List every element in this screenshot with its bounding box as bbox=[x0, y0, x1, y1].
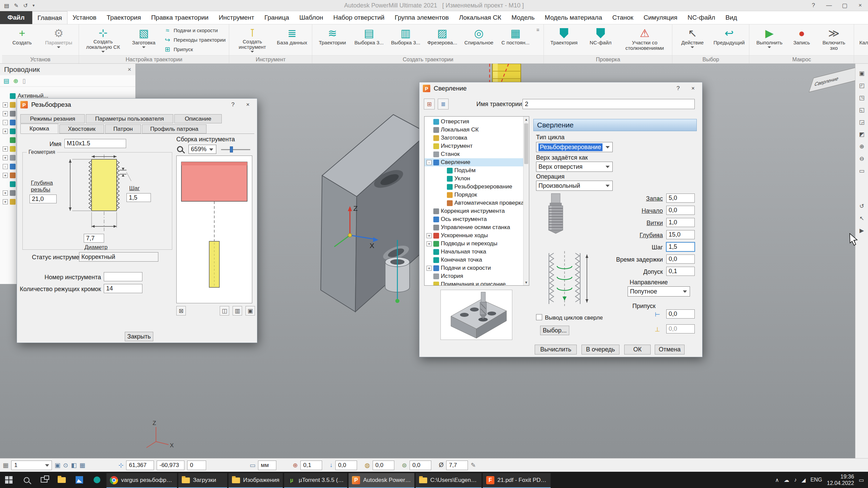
calculate-button[interactable]: Вычислить bbox=[535, 345, 577, 354]
tree-item[interactable]: Уклон bbox=[425, 175, 529, 183]
calculator-button[interactable]: ▦ Калькулятор bbox=[856, 25, 868, 54]
tree-item[interactable]: Локальная СК bbox=[425, 126, 529, 134]
pinned-explorer-button[interactable] bbox=[53, 472, 71, 488]
verify-ncfile-button[interactable]: NC-файл bbox=[583, 25, 618, 54]
tool-assembly-preview[interactable] bbox=[176, 156, 252, 303]
snap-icon[interactable]: ⊙ bbox=[63, 462, 68, 469]
shade-icon[interactable]: ◧ bbox=[71, 462, 77, 469]
solid-view-icon[interactable]: ▣ bbox=[245, 306, 255, 316]
grid-icon[interactable]: ▦ bbox=[79, 462, 85, 469]
thread-depth-field[interactable]: 21,0 bbox=[29, 195, 57, 203]
add-icon[interactable]: ⊕ bbox=[13, 77, 18, 85]
close-icon[interactable]: × bbox=[687, 84, 699, 93]
dialog-titlebar[interactable]: P Резьбофреза ? × bbox=[17, 99, 257, 111]
pencil-icon[interactable]: ✎ bbox=[14, 2, 18, 9]
feeds-button[interactable]: ≈Подачи и скорости bbox=[164, 26, 225, 35]
coord-y-field[interactable]: -60,973 bbox=[157, 461, 184, 470]
top-defined-combo[interactable]: Верх отверстия bbox=[536, 162, 613, 172]
area-clearance-button[interactable]: ▤ Выборка 3... bbox=[351, 25, 387, 54]
tree-item[interactable]: Примечания и описание bbox=[425, 280, 529, 286]
expander-icon[interactable]: + bbox=[3, 129, 8, 134]
expander-icon[interactable] bbox=[427, 152, 432, 157]
tree-item-selected[interactable]: -Сверление bbox=[425, 158, 529, 166]
value-field[interactable]: 0,0 bbox=[335, 461, 357, 470]
tab-machine[interactable]: Станок bbox=[607, 11, 638, 24]
direction-combo[interactable]: Попутное bbox=[628, 286, 690, 297]
iso-view-icon[interactable]: ◲ bbox=[857, 117, 867, 127]
iso-view-icon[interactable]: ◰ bbox=[857, 81, 867, 90]
expander-icon[interactable]: + bbox=[3, 111, 8, 116]
pinned-photos-button[interactable] bbox=[71, 472, 88, 488]
create-setup-button[interactable]: + Создать bbox=[4, 25, 40, 54]
tab-holes[interactable]: Набор отверстий bbox=[328, 11, 390, 24]
diameter-link[interactable]: Диаметр bbox=[84, 244, 107, 251]
expander-icon[interactable]: + bbox=[3, 155, 8, 160]
start-field[interactable]: 0,0 bbox=[666, 206, 695, 215]
expander-icon[interactable] bbox=[427, 282, 432, 286]
tab-shank[interactable]: Хвостовик bbox=[59, 124, 104, 134]
taskbar-window-explorer[interactable]: C:\Users\Eugene\D... bbox=[416, 473, 481, 488]
strategy-library-icon[interactable]: ≣ bbox=[438, 99, 449, 109]
taskbar-window-powermill[interactable]: PAutodesk PowerMill... bbox=[349, 473, 414, 488]
help-icon[interactable]: ? bbox=[227, 100, 239, 109]
expander-icon[interactable]: + bbox=[3, 146, 8, 151]
maximize-button[interactable]: ▢ bbox=[837, 0, 852, 11]
milling-button[interactable]: ▨ Фрезерова... bbox=[424, 25, 460, 54]
taskbar-window-pictures[interactable]: Изображения bbox=[229, 473, 283, 488]
parameters-button[interactable]: ⚙ Параметры bbox=[41, 25, 77, 54]
diameter-field[interactable]: 7,7 bbox=[84, 234, 104, 243]
leads-button[interactable]: ↪Переходы траектории bbox=[164, 36, 225, 44]
tree-item[interactable]: Отверстия bbox=[425, 118, 529, 126]
constz-button[interactable]: ▦ С постоян... bbox=[497, 25, 533, 54]
cycle-type-combo[interactable]: Резьбофрезерование bbox=[536, 142, 613, 152]
tab-feature-group[interactable]: Группа элементов bbox=[390, 11, 454, 24]
clearance-field[interactable]: 5,0 bbox=[666, 194, 695, 203]
thread-depth-link[interactable]: Глубина резьбы bbox=[31, 180, 58, 193]
select-button[interactable]: Выбор... bbox=[540, 326, 569, 335]
tab-tool[interactable]: Инструмент bbox=[214, 11, 259, 24]
notification-center-icon[interactable]: ▭ bbox=[859, 477, 864, 483]
value-field[interactable]: 0,0 bbox=[410, 461, 431, 470]
tool-name-field[interactable]: M10x1.5 bbox=[64, 139, 126, 148]
favorites-grid-icon[interactable]: ⊞ bbox=[424, 99, 435, 109]
tab-user-params[interactable]: Параметры пользователя bbox=[86, 114, 173, 123]
stock-button[interactable]: ▧ Заготовка bbox=[126, 25, 162, 54]
cutting-edges-field[interactable]: 14 bbox=[104, 284, 142, 293]
previous-button[interactable]: ↩ Предыдущий bbox=[711, 25, 747, 54]
tool-number-field[interactable] bbox=[104, 272, 142, 281]
undo-icon[interactable]: ↺ bbox=[23, 2, 28, 9]
operation-combo[interactable]: Произвольный bbox=[536, 181, 613, 191]
expander-icon[interactable] bbox=[3, 182, 8, 187]
create-workplane-button[interactable]: ⊹ Создать локальную СК bbox=[81, 25, 125, 54]
depth-link[interactable]: Глубина bbox=[419, 232, 663, 239]
dialog-titlebar[interactable]: P Сверление ? × bbox=[419, 82, 702, 95]
shade-view-icon[interactable]: ◩ bbox=[857, 129, 867, 139]
help-icon[interactable]: ? bbox=[672, 84, 684, 93]
qat-icon[interactable]: ▤ bbox=[4, 2, 9, 9]
minimize-button[interactable]: — bbox=[821, 0, 837, 11]
tab-holder-profile[interactable]: Профиль патрона bbox=[142, 124, 206, 134]
expander-icon[interactable] bbox=[427, 127, 432, 133]
tab-cutting-modes[interactable]: Режимы резания bbox=[20, 114, 85, 123]
zoom-in-icon[interactable]: ⊕ bbox=[857, 142, 867, 151]
create-tool-button[interactable]: ⊺ Создать инструмент bbox=[231, 25, 273, 54]
close-button[interactable]: × bbox=[852, 0, 868, 11]
expander-icon[interactable]: - bbox=[427, 160, 432, 165]
tree-view-icon[interactable]: ▤ bbox=[3, 77, 9, 85]
expander-icon[interactable] bbox=[440, 168, 445, 173]
dwell-field[interactable]: 0,0 bbox=[666, 255, 695, 264]
tree-item[interactable]: Подъём bbox=[425, 166, 529, 175]
expander-icon[interactable]: + bbox=[3, 199, 8, 204]
close-icon[interactable]: × bbox=[127, 66, 131, 73]
scroll-down-icon[interactable]: ▼ bbox=[524, 280, 529, 285]
tab-glavnaya[interactable]: Главная bbox=[32, 11, 67, 24]
select-cursor-icon[interactable]: ↖ bbox=[857, 214, 867, 223]
spiral-button[interactable]: ◎ Спиральное bbox=[461, 25, 497, 54]
pencil-icon[interactable]: ✎ bbox=[471, 462, 476, 469]
start-link[interactable]: Начало bbox=[419, 207, 663, 215]
start-button[interactable] bbox=[0, 472, 18, 488]
area-clearance2-button[interactable]: ▥ Выборка 3... bbox=[388, 25, 423, 54]
taskbar-window-downloads[interactable]: Загрузки bbox=[178, 473, 227, 488]
zoom-combo[interactable]: 659% bbox=[189, 145, 216, 154]
tab-template[interactable]: Шаблон bbox=[294, 11, 328, 24]
